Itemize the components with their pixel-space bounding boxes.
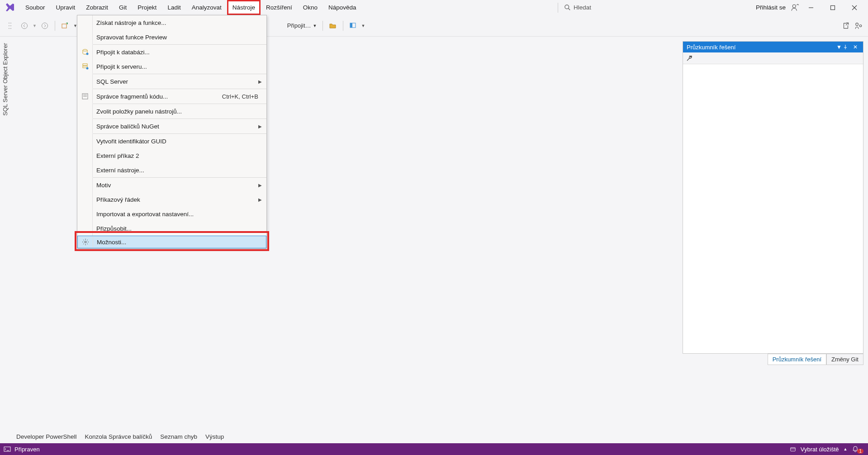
submenu-arrow-icon: ▶	[258, 183, 262, 188]
menu-item-13[interactable]: Importovat a exportovat nastavení...	[77, 207, 266, 221]
menu-item-label: Přizpůsobit...	[93, 225, 266, 232]
panel-menu-icon[interactable]: ▼	[835, 44, 843, 50]
menu-item-15[interactable]: Možnosti...	[77, 236, 266, 248]
svg-point-19	[856, 23, 859, 26]
blank-icon	[77, 192, 93, 207]
panel-pin-icon[interactable]	[843, 45, 851, 49]
blank-icon	[77, 74, 93, 89]
notifications-button[interactable]: 1	[852, 446, 863, 453]
menu-upravit[interactable]: Upravit	[51, 0, 81, 15]
submenu-arrow-icon: ▶	[258, 124, 262, 129]
blank-icon	[77, 221, 93, 236]
menu-item-label: Motiv	[93, 182, 266, 189]
menu-item-label: Externí příkaz 2	[93, 152, 266, 159]
menu-item-3[interactable]: Připojit k serveru...	[77, 59, 266, 74]
svg-point-22	[86, 53, 88, 55]
repo-icon[interactable]	[790, 446, 796, 452]
menu-ladit[interactable]: Ladit	[162, 0, 186, 15]
menu-item-label: Připojit k serveru...	[93, 63, 266, 70]
menu-bar: SouborUpravitZobrazitGitProjektLaditAnal…	[0, 0, 868, 15]
menu-item-5[interactable]: Správce fragmentů kódu...Ctrl+K, Ctrl+B	[77, 89, 266, 104]
menu-analyzovat[interactable]: Analyzovat	[186, 0, 227, 15]
signin-link[interactable]: Přihlásit se	[756, 4, 786, 11]
sql-explorer-tab[interactable]: SQL Server Object Explorer	[1, 41, 9, 118]
bottom-tab-seznam-chyb[interactable]: Seznam chyb	[160, 433, 197, 444]
status-ready: Připraven	[14, 446, 40, 453]
solution-explorer-titlebar[interactable]: Průzkumník řešení ▼ ✕	[683, 42, 863, 52]
db-icon	[77, 45, 93, 59]
new-project-button[interactable]	[59, 19, 71, 32]
signin-icon[interactable]	[791, 4, 799, 12]
tools-dropdown: Získat nástroje a funkce...Spravovat fun…	[77, 15, 267, 249]
menu-item-label: Externí nástroje...	[93, 167, 266, 174]
window-minimize-button[interactable]	[801, 1, 821, 14]
bottom-tab-konzola-správce-balíčků[interactable]: Konzola Správce balíčků	[85, 433, 152, 444]
svg-point-8	[10, 23, 11, 24]
svg-point-0	[565, 5, 569, 9]
menu-soubor[interactable]: Soubor	[20, 0, 51, 15]
menu-item-12[interactable]: Příkazový řádek▶	[77, 192, 266, 207]
menu-item-7[interactable]: Správce balíčků NuGet▶	[77, 119, 266, 133]
solution-explorer-title: Průzkumník řešení	[687, 44, 735, 51]
tab-git-changes[interactable]: Změny Git	[826, 354, 863, 365]
svg-point-21	[83, 49, 87, 51]
menu-item-8[interactable]: Vytvořit identifikátor GUID	[77, 134, 266, 148]
window-layout-button[interactable]	[347, 19, 360, 32]
menu-item-1[interactable]: Spravovat funkce Preview	[77, 30, 266, 44]
notification-count: 1	[857, 449, 863, 454]
menu-item-10[interactable]: Externí nástroje...	[77, 163, 266, 177]
status-bar: Připraven Vybrat úložiště ▲ 1	[0, 443, 868, 455]
menu-item-9[interactable]: Externí příkaz 2	[77, 148, 266, 163]
menu-git[interactable]: Git	[114, 0, 132, 15]
window-close-button[interactable]	[844, 1, 864, 14]
menu-item-4[interactable]: SQL Server▶	[77, 74, 266, 89]
menu-item-label: Správce balíčků NuGet	[93, 123, 266, 130]
tab-solution-explorer[interactable]: Průzkumník řešení	[768, 354, 826, 365]
menu-item-0[interactable]: Získat nástroje a funkce...	[77, 15, 266, 30]
submenu-arrow-icon: ▶	[258, 79, 262, 84]
nav-fwd-button[interactable]	[38, 19, 51, 32]
solution-explorer-toolbar	[683, 52, 863, 64]
attach-debugger-button[interactable]: Připojit… ▼	[285, 19, 319, 32]
server-icon	[77, 59, 93, 74]
svg-point-20	[859, 25, 862, 27]
bottom-tab-developer-powershell[interactable]: Developer PowerShell	[16, 433, 77, 444]
menu-item-11[interactable]: Motiv▶	[77, 178, 266, 192]
svg-rect-31	[790, 448, 795, 451]
menu-projekt[interactable]: Projekt	[132, 0, 162, 15]
menu-item-label: Příkazový řádek	[93, 196, 266, 203]
output-icon[interactable]	[4, 446, 11, 453]
nav-back-button[interactable]	[18, 19, 31, 32]
blank-icon	[77, 104, 93, 118]
svg-point-25	[86, 67, 88, 70]
svg-point-13	[22, 23, 28, 28]
menu-rozšíření[interactable]: Rozšíření	[261, 0, 298, 15]
menu-nástroje[interactable]: Nástroje	[227, 0, 261, 15]
menu-item-label: Připojit k databázi...	[93, 49, 266, 56]
repo-selector[interactable]: Vybrat úložiště	[801, 446, 839, 453]
svg-point-29	[85, 241, 86, 243]
svg-rect-23	[83, 64, 87, 66]
wrench-icon[interactable]	[686, 55, 693, 62]
menu-nápověda[interactable]: Nápověda	[323, 0, 362, 15]
panel-close-icon[interactable]: ✕	[851, 44, 859, 50]
menu-item-2[interactable]: Připojit k databázi...	[77, 45, 266, 59]
solution-explorer-panel: Průzkumník řešení ▼ ✕	[683, 41, 863, 354]
svg-point-11	[9, 28, 9, 29]
window-maximize-button[interactable]	[823, 1, 843, 14]
bottom-tab-výstup[interactable]: Výstup	[205, 433, 224, 444]
left-rail[interactable]: SQL Server Object Explorer	[1, 41, 12, 118]
menu-item-14[interactable]: Přizpůsobit...	[77, 221, 266, 236]
menu-okno[interactable]: Okno	[298, 0, 323, 15]
share-icon[interactable]	[842, 22, 850, 30]
menu-item-label: Vytvořit identifikátor GUID	[93, 138, 266, 145]
submenu-arrow-icon: ▶	[258, 197, 262, 202]
live-share-icon[interactable]	[854, 22, 863, 30]
gear-icon	[78, 236, 93, 248]
menu-item-6[interactable]: Zvolit položky panelu nástrojů...	[77, 104, 266, 118]
folder-button[interactable]	[327, 19, 339, 32]
blank-icon	[77, 119, 93, 133]
search-box[interactable]: Hledat	[558, 3, 591, 13]
menu-zobrazit[interactable]: Zobrazit	[81, 0, 114, 15]
svg-point-7	[9, 23, 9, 24]
